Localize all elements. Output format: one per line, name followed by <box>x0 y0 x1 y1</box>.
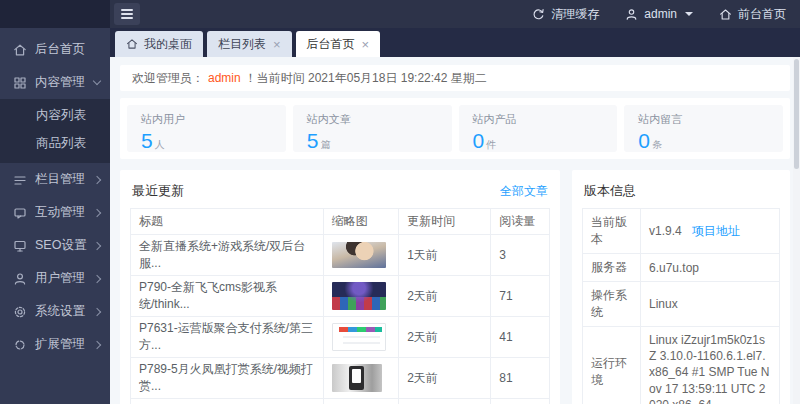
gear-icon <box>13 305 27 319</box>
version-label: 当前版本 <box>583 209 641 254</box>
sidebar-item-user-mgmt[interactable]: 用户管理 <box>0 262 110 295</box>
close-icon[interactable]: × <box>362 38 370 51</box>
username: admin <box>644 7 677 21</box>
top-bar-main: 清理缓存 admin <box>110 0 800 28</box>
article-views: 3 <box>491 235 550 276</box>
sidebar-item-content-list[interactable]: 内容列表 <box>0 101 110 129</box>
sidebar-item-system-settings[interactable]: 系统设置 <box>0 295 110 328</box>
grid-icon <box>13 76 27 90</box>
version-row: 运行环境 Linux iZzujr1m5k0z1sZ 3.10.0-1160.6… <box>583 327 780 404</box>
sidebar-item-label: 互动管理 <box>35 204 94 221</box>
article-thumbnail <box>332 282 386 310</box>
sidebar-item-seo-settings[interactable]: SEO设置 <box>0 229 110 262</box>
refresh-icon <box>532 8 545 21</box>
article-views: 188 <box>491 399 550 404</box>
version-row: 当前版本 v1.9.4项目地址 <box>583 209 780 254</box>
version-info-table: 当前版本 v1.9.4项目地址 服务器 6.u7u.top 操作系统 Linux <box>582 208 780 404</box>
table-header-row: 标题 缩略图 更新时间 阅读量 <box>131 209 550 235</box>
home-icon <box>719 8 732 21</box>
article-title[interactable]: P790-全新飞飞cms影视系统/think... <box>131 276 324 317</box>
table-row[interactable]: P767A-JD京东三网话费直充系统/移... 2天前 188 <box>131 399 550 404</box>
project-url-link[interactable]: 项目地址 <box>692 224 740 238</box>
column-header-thumbnail: 缩略图 <box>323 209 398 235</box>
sidebar-item-interaction-mgmt[interactable]: 互动管理 <box>0 196 110 229</box>
recent-updates-table: 标题 缩略图 更新时间 阅读量 全新直播系统+游戏系统/双后台服... 1天前 … <box>130 208 550 404</box>
stat-unit: 人 <box>155 139 165 150</box>
top-bar: 清理缓存 admin <box>0 0 800 28</box>
sidebar-toggle-button[interactable] <box>114 3 140 25</box>
list-icon <box>13 173 27 187</box>
main-content: 欢迎管理员： admin ！当前时间 2021年05月18日 19:22:42 … <box>110 57 800 404</box>
scrollbar-thumb[interactable] <box>794 59 799 169</box>
stats-row: 站内用户 5人 站内文章 5篇 站内产品 0件 站内留言 0条 <box>120 98 790 159</box>
chevron-right-icon <box>93 208 101 216</box>
tab-label: 后台首页 <box>307 36 355 53</box>
sidebar-item-content-mgmt[interactable]: 内容管理 <box>0 66 110 99</box>
table-row[interactable]: P7631-运营版聚合支付系统/第三方... 2天前 41 <box>131 317 550 358</box>
sidebar-item-admin-home[interactable]: 后台首页 <box>0 33 110 66</box>
stat-label: 站内文章 <box>307 112 438 127</box>
sidebar-item-label: 内容管理 <box>35 74 94 91</box>
article-title[interactable]: P767A-JD京东三网话费直充系统/移... <box>131 399 324 404</box>
chevron-down-icon <box>93 77 101 85</box>
stat-unit: 件 <box>486 139 496 150</box>
version-value: Linux <box>641 282 780 327</box>
article-thumbnail <box>332 364 382 392</box>
chevron-right-icon <box>93 307 101 315</box>
user-icon <box>625 8 638 21</box>
table-row[interactable]: P789-5月火凤凰打赏系统/视频打赏... 2天前 81 <box>131 358 550 399</box>
version-label: 运行环境 <box>583 327 641 404</box>
tab-admin-home[interactable]: 后台首页 × <box>296 31 381 57</box>
sidebar-item-extension-mgmt[interactable]: 扩展管理 <box>0 328 110 361</box>
article-views: 71 <box>491 276 550 317</box>
home-icon <box>13 43 27 57</box>
sidebar-item-label: 栏目管理 <box>35 171 94 188</box>
table-row[interactable]: P790-全新飞飞cms影视系统/think... 2天前 71 <box>131 276 550 317</box>
article-title[interactable]: 全新直播系统+游戏系统/双后台服... <box>131 235 324 276</box>
sidebar-item-label: 系统设置 <box>35 303 94 320</box>
welcome-datetime: ！当前时间 2021年05月18日 19:22:42 星期二 <box>245 70 487 87</box>
stat-label: 站内留言 <box>638 112 769 127</box>
column-header-title: 标题 <box>131 209 324 235</box>
tab-label: 我的桌面 <box>144 36 192 53</box>
chevron-right-icon <box>93 340 101 348</box>
user-menu[interactable]: admin <box>625 7 693 21</box>
version-label: 操作系统 <box>583 282 641 327</box>
user-icon <box>13 272 27 286</box>
article-updated: 2天前 <box>399 317 491 358</box>
welcome-banner: 欢迎管理员： admin ！当前时间 2021年05月18日 19:22:42 … <box>120 65 790 91</box>
welcome-prefix: 欢迎管理员： <box>132 70 204 87</box>
sidebar-item-column-mgmt[interactable]: 栏目管理 <box>0 163 110 196</box>
version-row: 服务器 6.u7u.top <box>583 254 780 282</box>
version-value: Linux iZzujr1m5k0z1sZ 3.10.0-1160.6.1.el… <box>641 327 780 404</box>
close-icon[interactable]: × <box>273 38 281 51</box>
stat-value: 0 <box>473 129 485 152</box>
table-row[interactable]: 全新直播系统+游戏系统/双后台服... 1天前 3 <box>131 235 550 276</box>
circle-icon <box>13 338 27 352</box>
vertical-scrollbar[interactable] <box>793 57 800 404</box>
article-title[interactable]: P789-5月火凤凰打赏系统/视频打赏... <box>131 358 324 399</box>
monitor-icon <box>13 239 27 253</box>
version-value: v1.9.4 <box>649 224 682 238</box>
clear-cache-button[interactable]: 清理缓存 <box>532 6 599 23</box>
sidebar-item-product-list[interactable]: 商品列表 <box>0 129 110 157</box>
tab-my-desktop[interactable]: 我的桌面 <box>115 31 203 57</box>
stat-card-users: 站内用户 5人 <box>127 105 286 152</box>
sidebar-subitem-label: 内容列表 <box>36 107 86 124</box>
stat-card-articles: 站内文章 5篇 <box>293 105 452 152</box>
stat-value: 0 <box>638 129 650 152</box>
version-value: 6.u7u.top <box>641 254 780 282</box>
all-articles-link[interactable]: 全部文章 <box>500 183 548 200</box>
recent-updates-title: 最近更新 <box>132 182 184 200</box>
stat-card-messages: 站内留言 0条 <box>624 105 783 152</box>
article-views: 81 <box>491 358 550 399</box>
sidebar-item-label: 扩展管理 <box>35 336 94 353</box>
clear-cache-label: 清理缓存 <box>551 6 599 23</box>
article-thumbnail <box>332 242 386 268</box>
article-updated: 2天前 <box>399 276 491 317</box>
stat-value: 5 <box>307 129 319 152</box>
sidebar-subitem-label: 商品列表 <box>36 135 86 152</box>
tab-column-list[interactable]: 栏目列表 × <box>207 31 292 57</box>
article-title[interactable]: P7631-运营版聚合支付系统/第三方... <box>131 317 324 358</box>
front-home-link[interactable]: 前台首页 <box>719 6 786 23</box>
